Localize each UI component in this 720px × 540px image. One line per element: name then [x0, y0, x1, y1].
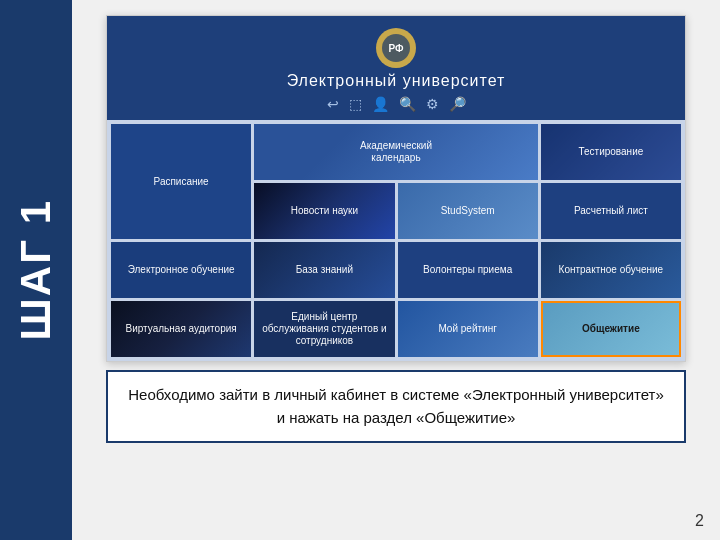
- portal-nav: ↩ ⬚ 👤 🔍 ⚙ 🔎: [327, 96, 466, 112]
- instruction-text: Необходимо зайти в личный кабинет в сист…: [128, 384, 664, 429]
- instruction-box: Необходимо зайти в личный кабинет в сист…: [106, 370, 686, 443]
- tile-dormitory[interactable]: Общежитие: [541, 301, 681, 357]
- nav-login-icon[interactable]: ⬚: [349, 96, 362, 112]
- portal-title: Электронный университет: [287, 72, 506, 90]
- tile-testing-label: Тестирование: [578, 146, 643, 158]
- tile-virtual-label: Виртуальная аудитория: [126, 323, 237, 335]
- tile-my-rating-label: Мой рейтинг: [438, 323, 496, 335]
- tile-dormitory-label: Общежитие: [582, 323, 640, 335]
- portal-grid: Расписание Академическийкалендарь Тестир…: [107, 120, 685, 361]
- tile-contract-label: Контрактное обучение: [559, 264, 664, 276]
- tile-virtual[interactable]: Виртуальная аудитория: [111, 301, 251, 357]
- tile-studsystem[interactable]: StudSystem: [398, 183, 538, 239]
- university-logo: РФ: [376, 28, 416, 68]
- tile-schedule-label: Расписание: [154, 176, 209, 188]
- nav-back-icon[interactable]: ↩: [327, 96, 339, 112]
- tile-payslip-label: Расчетный лист: [574, 205, 648, 217]
- nav-settings-icon[interactable]: ⚙: [426, 96, 439, 112]
- main-content: РФ Электронный университет ↩ ⬚ 👤 🔍 ⚙ 🔎 Р…: [72, 0, 720, 540]
- tile-testing[interactable]: Тестирование: [541, 124, 681, 180]
- nav-search-icon[interactable]: 🔍: [399, 96, 416, 112]
- tile-volunteers[interactable]: Волонтеры приема: [398, 242, 538, 298]
- tile-volunteers-label: Волонтеры приема: [423, 264, 512, 276]
- page-number: 2: [695, 512, 704, 530]
- portal-header: РФ Электронный университет ↩ ⬚ 👤 🔍 ⚙ 🔎: [107, 16, 685, 120]
- tile-knowledge[interactable]: База знаний: [254, 242, 394, 298]
- svg-text:РФ: РФ: [388, 43, 404, 54]
- tile-schedule[interactable]: Расписание: [111, 124, 251, 239]
- step-label: ШАГ 1: [12, 199, 60, 340]
- sidebar: ШАГ 1: [0, 0, 72, 540]
- tile-ects-label: Единый центр обслуживания студентов и со…: [258, 311, 390, 347]
- tile-my-rating[interactable]: Мой рейтинг: [398, 301, 538, 357]
- tile-e-learning[interactable]: Электронное обучение: [111, 242, 251, 298]
- tile-science-news-label: Новости науки: [291, 205, 358, 217]
- portal-screenshot: РФ Электронный университет ↩ ⬚ 👤 🔍 ⚙ 🔎 Р…: [106, 15, 686, 362]
- tile-e-learning-label: Электронное обучение: [128, 264, 235, 276]
- nav-search2-icon[interactable]: 🔎: [449, 96, 466, 112]
- tile-knowledge-label: База знаний: [296, 264, 353, 276]
- tile-studsystem-label: StudSystem: [441, 205, 495, 217]
- tile-contract[interactable]: Контрактное обучение: [541, 242, 681, 298]
- tile-academic-cal[interactable]: Академическийкалендарь: [254, 124, 538, 180]
- tile-academic-cal-label: Академическийкалендарь: [360, 140, 432, 164]
- tile-science-news[interactable]: Новости науки: [254, 183, 394, 239]
- tile-ects[interactable]: Единый центр обслуживания студентов и со…: [254, 301, 394, 357]
- tile-payslip[interactable]: Расчетный лист: [541, 183, 681, 239]
- nav-user-icon[interactable]: 👤: [372, 96, 389, 112]
